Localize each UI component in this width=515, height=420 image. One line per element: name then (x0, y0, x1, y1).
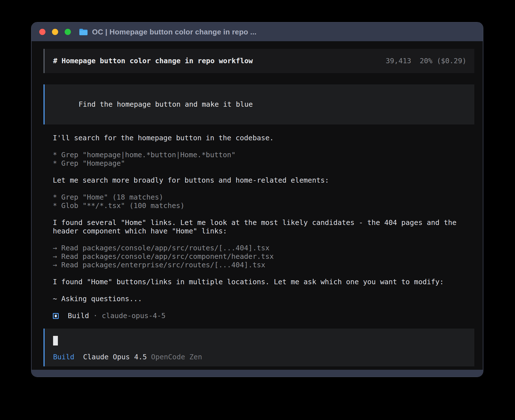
transcript-line (53, 286, 474, 295)
text-segment: Build (68, 312, 89, 320)
transcript-line: * Grep "Homepage" (53, 159, 474, 168)
text-segment: → Read packages/console/app/src/routes/[… (53, 244, 270, 252)
transcript-line: I found "Home" buttons/links in multiple… (53, 278, 474, 286)
text-segment: I'll search for the homepage button in t… (53, 134, 274, 142)
traffic-lights (39, 29, 71, 35)
transcript-line (53, 185, 474, 193)
token-count: 39,413 (386, 57, 411, 65)
text-segment: * Glob "**/*.tsx" (100 matches) (53, 202, 185, 210)
transcript-line: I found several "Home" links. Let me loo… (53, 218, 474, 227)
agent-mode-label: Build (53, 353, 74, 361)
transcript-line: Build · claude-opus-4-5 (53, 312, 474, 320)
prompt-input[interactable]: Build Claude Opus 4.5 OpenCode Zen (43, 329, 474, 366)
transcript-line: → Read packages/enterprise/src/routes/[.… (53, 261, 474, 269)
text-segment: · (89, 312, 102, 320)
titlebar[interactable]: OC | Homepage button color change in rep… (32, 23, 483, 41)
text-cursor (53, 336, 58, 345)
text-segment: claude-opus-4-5 (102, 312, 165, 320)
transcript-line: → Read packages/console/app/src/componen… (53, 252, 474, 261)
transcript-line (53, 303, 474, 312)
provider-label: OpenCode Zen (147, 353, 202, 361)
transcript-line: I'll search for the homepage button in t… (53, 134, 474, 142)
user-message: Find the homepage button and make it blu… (43, 84, 474, 124)
context-cost: 20% ($0.29) (420, 57, 466, 65)
zoom-button[interactable] (65, 29, 71, 35)
text-segment: → Read packages/console/app/src/componen… (53, 252, 274, 261)
window-bottom-bar (32, 370, 483, 377)
session-header: # Homepage button color change in repo w… (43, 49, 474, 73)
transcript-line (53, 210, 474, 218)
session-stats: 39,413 20% ($0.29) (386, 57, 466, 65)
provider-name: OpenCode Zen (151, 353, 202, 361)
text-segment: * Grep "Home" (18 matches) (53, 193, 163, 202)
text-segment: I found several "Home" links. Let me loo… (53, 218, 457, 227)
minimize-button[interactable] (52, 29, 58, 35)
folder-icon (79, 28, 88, 36)
text-segment: * Grep "homepage|home.*button|Home.*butt… (53, 151, 235, 159)
text-segment: * Grep "Homepage" (53, 159, 125, 168)
transcript-line: header component which have "Home" links… (53, 227, 474, 235)
stats-gap (411, 57, 420, 65)
close-button[interactable] (39, 29, 45, 35)
text-segment: Let me search more broadly for buttons a… (53, 176, 329, 185)
transcript-line (53, 168, 474, 176)
transcript-line (53, 142, 474, 151)
transcript-line: → Read packages/console/app/src/routes/[… (53, 244, 474, 252)
text-segment: header component which have "Home" links… (53, 227, 227, 235)
terminal-window: OC | Homepage button color change in rep… (31, 22, 483, 377)
transcript-line: * Glob "**/*.tsx" (100 matches) (53, 202, 474, 210)
model-label: Claude Opus 4.5 (83, 353, 147, 361)
session-title: # Homepage button color change in repo w… (53, 57, 253, 65)
transcript-line (53, 235, 474, 244)
agent-badge-icon (53, 313, 59, 319)
text-segment: → Read packages/enterprise/src/routes/[.… (53, 261, 265, 269)
transcript-line: ~ Asking questions... (53, 295, 474, 303)
transcript-line: * Grep "Home" (18 matches) (53, 193, 474, 202)
input-footer: Build Claude Opus 4.5 OpenCode Zen (53, 353, 466, 361)
text-segment: ~ Asking questions... (53, 295, 142, 303)
user-message-text: Find the homepage button and make it blu… (78, 100, 253, 108)
transcript-line: * Grep "homepage|home.*button|Home.*butt… (53, 151, 474, 159)
text-segment: I found "Home" buttons/links in multiple… (53, 278, 444, 286)
transcript: I'll search for the homepage button in t… (53, 134, 474, 320)
agent-badge-inner (55, 315, 57, 317)
transcript-line (53, 269, 474, 278)
terminal-content: # Homepage button color change in repo w… (32, 41, 483, 370)
window-title: OC | Homepage button color change in rep… (92, 28, 257, 36)
transcript-line: Let me search more broadly for buttons a… (53, 176, 474, 185)
